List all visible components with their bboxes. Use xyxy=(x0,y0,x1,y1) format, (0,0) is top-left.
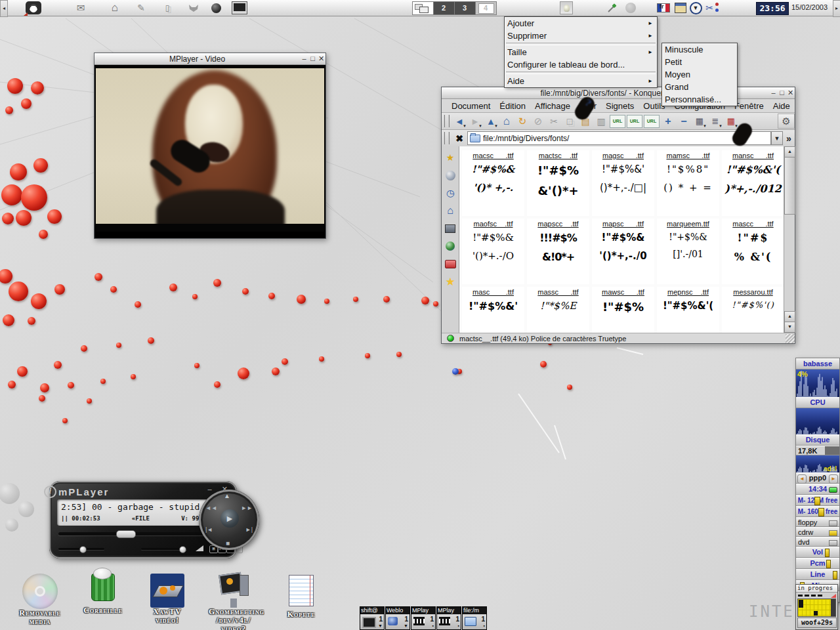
menu-item-supprimer[interactable]: Supprimer ► xyxy=(505,30,657,42)
kmenu-button[interactable] xyxy=(24,1,43,15)
history-clock-icon[interactable]: ◷ xyxy=(444,187,457,199)
font-file-name[interactable]: magsc___.ttf xyxy=(592,152,654,159)
play-button[interactable]: ► xyxy=(220,509,239,528)
vol-slider-row[interactable]: Vol xyxy=(796,547,839,558)
font-file-item[interactable]: mapsc___.ttf !"#$%& '()*+,-./0 xyxy=(592,219,654,284)
menu-item-taille[interactable]: Taille ► xyxy=(505,46,657,58)
font-file-item[interactable]: mascc___.ttf !"#$ % &'( xyxy=(722,219,784,284)
minimize-icon[interactable]: – xyxy=(300,54,308,64)
eject-button[interactable]: ▲ xyxy=(224,492,230,499)
font-file-item[interactable]: mactsc__.ttf !"#$% &'()*+ xyxy=(527,150,589,216)
submenu-item-moyen[interactable]: Moyen xyxy=(662,68,737,81)
keyboard-layout-flag[interactable]: fr xyxy=(656,1,671,15)
konqueror-titlebar[interactable]: file:/mnt/big/Divers/fonts/ - Konqueror … xyxy=(442,87,795,99)
font-file-name[interactable]: mansc___.ttf xyxy=(722,152,784,159)
toolbar-handle[interactable] xyxy=(444,115,450,127)
desktop-icon-xawtv[interactable]: XawTV vidéo! xyxy=(147,574,188,625)
maximize-icon[interactable]: □ xyxy=(778,88,786,98)
mail-icon[interactable]: ✉ xyxy=(74,1,88,15)
vol-krell[interactable] xyxy=(825,549,830,557)
services-star-icon[interactable]: ★ xyxy=(444,276,457,287)
devices-disc-icon[interactable] xyxy=(444,169,457,181)
font-file-item[interactable]: marqueem.ttf !"+$%& []'.-/01 xyxy=(657,219,719,284)
task-konqueror[interactable]: file:/m 1 ▪ xyxy=(462,606,487,630)
hostname[interactable]: babasse xyxy=(796,358,839,369)
menu-document[interactable]: Document xyxy=(447,101,495,111)
font-file-name[interactable]: maofsc__.ttf xyxy=(462,220,524,228)
timer-go-button[interactable]: ► xyxy=(829,474,838,484)
cdrw-row[interactable]: cdrw xyxy=(796,527,839,537)
icon-view-button[interactable]: ▦▼ xyxy=(692,114,707,128)
worklog-button[interactable]: woof+29s xyxy=(797,618,837,628)
seek-slider[interactable] xyxy=(58,532,219,536)
maximize-icon[interactable]: □ xyxy=(308,54,317,64)
menu-affichage[interactable]: Affichage xyxy=(530,101,575,111)
url-action-icon-2[interactable]: URL xyxy=(627,115,642,128)
swap-row[interactable]: M- 160M free xyxy=(796,506,839,517)
volume-knob[interactable] xyxy=(179,546,186,553)
font-file-name[interactable]: macsc___.ttf xyxy=(462,152,524,159)
zoom-in-button[interactable]: + xyxy=(660,114,676,128)
home-icon[interactable]: ⌂ xyxy=(108,1,122,15)
dark-globe-icon[interactable] xyxy=(209,1,223,15)
cpu-label[interactable]: CPU xyxy=(796,397,839,408)
font-file-name[interactable]: mepnsc__.ttf xyxy=(657,288,719,296)
desktop-icon-removable-media[interactable]: Removable media xyxy=(12,574,68,626)
menu-edition[interactable]: Édition xyxy=(495,101,530,111)
root-folder-icon[interactable] xyxy=(444,258,457,270)
memory-row[interactable]: M- 121M free xyxy=(796,495,839,506)
mount-button[interactable] xyxy=(829,520,837,526)
panel-date[interactable]: 15/02/2003 xyxy=(791,3,828,11)
font-file-item[interactable]: mansc___.ttf !"#$%&'( )*+,-./012 xyxy=(722,150,784,216)
network-devices-icon[interactable] xyxy=(444,222,457,234)
font-file-item[interactable]: mawsc___.ttf !"#$% xyxy=(592,287,654,333)
font-file-name[interactable]: mapscc__.ttf xyxy=(527,220,589,228)
font-file-name[interactable]: mawsc___.ttf xyxy=(592,288,654,296)
submenu-item-grand[interactable]: Grand xyxy=(662,81,737,93)
toolbar-handle[interactable] xyxy=(444,132,450,144)
font-file-item[interactable]: masc____.ttf !"#$%&' xyxy=(462,287,524,333)
close-icon[interactable]: ✕ xyxy=(786,88,795,98)
bricks-view-button[interactable]: ▦▼ xyxy=(723,114,739,128)
timer-back-button[interactable]: ◄ xyxy=(797,474,807,484)
info-icon[interactable]: i xyxy=(44,486,56,498)
klipper-scissors-icon[interactable]: ✂ xyxy=(702,1,717,15)
scroll-up-icon[interactable]: ▲ xyxy=(784,146,795,158)
terminal-icon[interactable] xyxy=(231,1,248,15)
menu-aide[interactable]: Aide xyxy=(768,101,795,111)
pen-document-icon[interactable]: ✎ xyxy=(134,1,148,15)
font-file-name[interactable]: massc___.ttf xyxy=(527,288,589,296)
line-krell[interactable] xyxy=(833,571,837,579)
mount-button[interactable] xyxy=(829,530,837,536)
location-dropdown-icon[interactable]: ▼ xyxy=(771,131,783,145)
scrollbar-thumb[interactable] xyxy=(784,157,795,215)
pcm-slider-row[interactable]: Pcm xyxy=(796,558,839,569)
task-shift[interactable]: shift@ 1 ▼ xyxy=(360,606,385,630)
worklog-grid[interactable] xyxy=(797,598,832,617)
list-view-button[interactable]: ≣▼ xyxy=(707,114,723,128)
desktop-icon-gnomemeeting[interactable]: Gnomemeeting /dev/v4l/ video2 xyxy=(209,574,259,630)
pager-desktop-1[interactable] xyxy=(413,2,434,14)
line-slider-row[interactable]: Line xyxy=(796,569,839,580)
font-file-item[interactable]: mapscc__.ttf !!!#$% &!0*+ xyxy=(527,219,589,284)
font-file-name[interactable]: mamsc___.ttf xyxy=(657,152,719,159)
font-file-item[interactable]: maofsc__.ttf !"#$%& '()*+.-/O xyxy=(462,219,524,284)
cut-button[interactable]: ✂ xyxy=(546,114,562,128)
menu-item-ajouter[interactable]: Ajouter ► xyxy=(505,17,657,30)
mini-window-icon[interactable] xyxy=(673,1,688,15)
resize-grip[interactable] xyxy=(786,334,795,343)
font-file-name[interactable]: mactsc__.ttf xyxy=(527,152,589,159)
previous-button[interactable]: |◄ xyxy=(205,526,213,533)
pager-desktop-3[interactable]: 3 xyxy=(455,2,476,14)
font-file-item[interactable]: mepnsc__.ttf !"#$%&'( xyxy=(657,287,719,333)
pager-desktop-4[interactable]: 4 xyxy=(476,2,496,14)
menu-signets[interactable]: Signets xyxy=(601,101,639,111)
documents-icon[interactable]: ▯ xyxy=(160,1,175,15)
reload-button[interactable]: ↻ xyxy=(514,114,530,128)
url-action-icon-3[interactable]: URL xyxy=(644,115,660,128)
font-file-name[interactable]: mascc___.ttf xyxy=(722,220,784,228)
font-file-item[interactable]: magsc___.ttf !"#$%&' ()*+,-./□| xyxy=(592,150,654,216)
eyedropper-icon[interactable] xyxy=(605,1,620,15)
home-button[interactable]: ⌂ xyxy=(499,114,514,128)
font-file-name[interactable]: masc____.ttf xyxy=(462,288,524,296)
